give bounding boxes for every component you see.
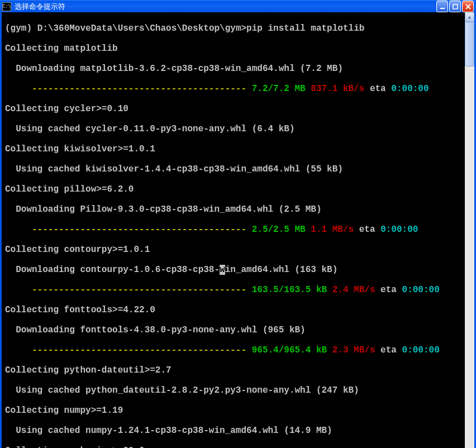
progress-line: ----------------------------------------… <box>5 345 465 355</box>
output-line: Using cached cycler-0.11.0-py3-none-any.… <box>5 124 465 134</box>
output-line: Collecting matplotlib <box>5 44 465 54</box>
progress-line: ----------------------------------------… <box>5 84 465 94</box>
cursor-highlight: w <box>220 265 225 275</box>
vertical-scrollbar[interactable]: ▲ ▼ <box>465 12 474 448</box>
output-line: Using cached python_dateutil-2.8.2-py2.p… <box>5 385 465 395</box>
window-controls <box>436 1 474 12</box>
output-line: Using cached numpy-1.24.1-cp38-cp38-win_… <box>5 426 465 436</box>
output-line: Collecting python-dateutil>=2.7 <box>5 365 465 375</box>
progress-line: ----------------------------------------… <box>5 225 465 235</box>
output-line: Collecting kiwisolver>=1.0.1 <box>5 144 465 154</box>
output-line: Downloading Pillow-9.3.0-cp38-cp38-win_a… <box>5 204 465 215</box>
output-line: Downloading matplotlib-3.6.2-cp38-cp38-w… <box>5 64 465 74</box>
command-prompt-window: C:\ 选择命令提示符 (gym) D:\360MoveData\Users\C… <box>0 0 476 448</box>
terminal-output[interactable]: (gym) D:\360MoveData\Users\Chaos\Desktop… <box>2 12 465 448</box>
output-line: Using cached kiwisolver-1.4.4-cp38-cp38-… <box>5 164 465 174</box>
close-button[interactable] <box>462 1 474 12</box>
minimize-button[interactable] <box>436 1 448 12</box>
scroll-track[interactable] <box>465 22 474 448</box>
app-icon: C:\ <box>2 2 11 11</box>
progress-line: ----------------------------------------… <box>5 285 465 295</box>
output-line: Downloading contourpy-1.0.6-cp38-cp38-wi… <box>5 265 465 275</box>
output-line: Collecting pillow>=6.2.0 <box>5 184 465 194</box>
prompt-line: (gym) D:\360MoveData\Users\Chaos\Desktop… <box>5 23 465 34</box>
scroll-up-button[interactable]: ▲ <box>465 12 474 22</box>
output-line: Collecting packaging>=20.0 <box>5 446 465 448</box>
maximize-button[interactable] <box>449 1 461 12</box>
titlebar[interactable]: C:\ 选择命令提示符 <box>0 0 476 12</box>
svg-rect-1 <box>453 4 458 9</box>
window-title: 选择命令提示符 <box>13 2 436 12</box>
output-line: Collecting fonttools>=4.22.0 <box>5 305 465 315</box>
output-line: Collecting contourpy>=1.0.1 <box>5 245 465 255</box>
svg-rect-0 <box>440 8 445 9</box>
output-line: Downloading fonttools-4.38.0-py3-none-an… <box>5 325 465 335</box>
output-line: Collecting cycler>=0.10 <box>5 104 465 114</box>
scroll-thumb[interactable] <box>465 22 474 66</box>
output-line: Collecting numpy>=1.19 <box>5 406 465 416</box>
terminal-container: (gym) D:\360MoveData\Users\Chaos\Desktop… <box>0 12 476 448</box>
